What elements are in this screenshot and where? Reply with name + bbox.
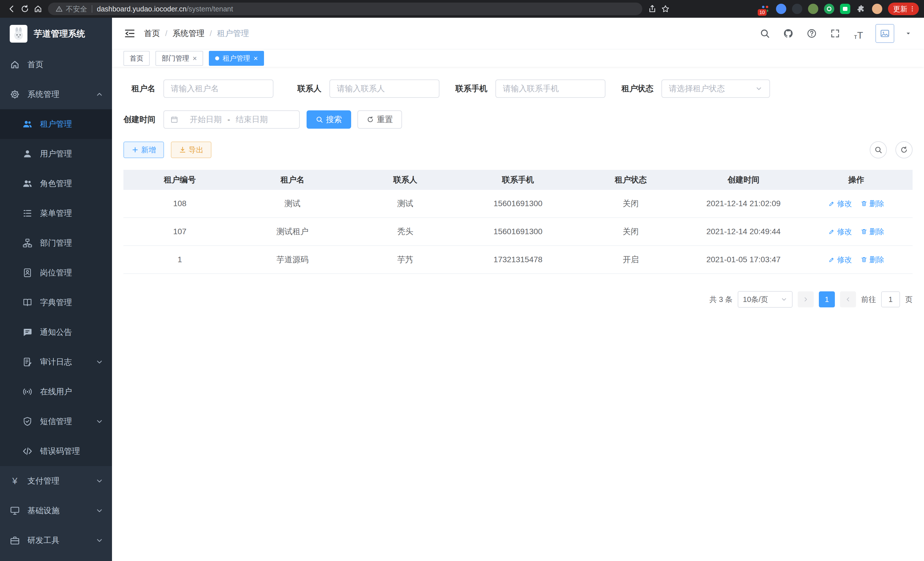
share-button[interactable] <box>646 2 659 15</box>
sidebar-item-home[interactable]: 首页 <box>0 50 112 80</box>
extension-icon-avatar[interactable] <box>872 4 882 14</box>
sidebar-item-system-management[interactable]: 系统管理 <box>0 80 112 109</box>
people-icon <box>22 178 33 189</box>
delete-button[interactable]: 删除 <box>861 227 884 237</box>
address-bar[interactable]: 不安全 dashboard.yudao.iocoder.cn /system/t… <box>48 3 642 15</box>
column-header: 联系人 <box>349 174 462 185</box>
extension-icon-olive[interactable] <box>808 4 818 14</box>
filter-row-2: 创建时间 开始日期 - 结束日期 搜索 <box>123 110 913 129</box>
contact-input[interactable] <box>329 80 440 98</box>
avatar-menu-button[interactable] <box>904 29 913 38</box>
tenant-id: 108 <box>123 199 236 208</box>
tab-home[interactable]: 首页 <box>123 51 150 66</box>
header-search-button[interactable] <box>758 27 771 40</box>
edit-button[interactable]: 修改 <box>828 199 852 209</box>
create-time-label: 创建时间 <box>123 114 155 125</box>
question-icon <box>807 28 817 39</box>
filter-status: 租户状态 请选择租户状态 <box>621 80 770 98</box>
delete-button[interactable]: 删除 <box>861 255 884 265</box>
home-icon <box>33 4 43 14</box>
goto-unit: 页 <box>905 295 913 305</box>
date-range-picker[interactable]: 开始日期 - 结束日期 <box>164 110 300 129</box>
tenant-name-input[interactable] <box>164 80 273 98</box>
sidebar-item-payment[interactable]: ¥ 支付管理 <box>0 466 112 496</box>
tenant-phone: 15601691300 <box>462 199 574 208</box>
breadcrumb-system[interactable]: 系统管理 <box>172 28 205 39</box>
sidebar-item-role-management[interactable]: 角色管理 <box>0 169 112 199</box>
tenant-name: 测试租户 <box>236 226 349 237</box>
sidebar: 芋道管理系统 首页 系统管理 租户管理 <box>0 18 112 561</box>
page-size-select[interactable]: 10条/页 <box>738 291 793 308</box>
screen: 不安全 dashboard.yudao.iocoder.cn /system/t… <box>0 0 924 561</box>
id-badge-icon <box>22 268 33 278</box>
close-icon[interactable]: × <box>193 55 197 62</box>
extension-icon-chat[interactable] <box>840 4 850 14</box>
sidebar-item-online-users[interactable]: 在线用户 <box>0 377 112 407</box>
bookmark-star-button[interactable] <box>659 2 672 15</box>
tenant-created: 2021-01-05 17:03:47 <box>687 255 800 264</box>
active-dot <box>215 56 219 60</box>
edit-button[interactable]: 修改 <box>828 255 852 265</box>
extension-icon-apps[interactable]: 10 <box>760 4 770 14</box>
sidebar-item-audit-log[interactable]: 审计日志 <box>0 347 112 377</box>
browser-update-button[interactable]: 更新 <box>888 3 919 15</box>
fullscreen-button[interactable] <box>829 27 842 40</box>
phone-input[interactable] <box>495 80 605 98</box>
sidebar-toggle-button[interactable] <box>123 27 136 40</box>
extension-icon-blue[interactable] <box>776 4 786 14</box>
table-row: 107 测试租户 秃头 15601691300 关闭 2021-12-14 20… <box>123 218 913 246</box>
system-submenu: 租户管理 用户管理 角色管理 菜单管理 <box>0 109 112 466</box>
table-row: 108 测试 测试 15601691300 关闭 2021-12-14 21:0… <box>123 190 913 218</box>
add-button[interactable]: 新增 <box>123 141 164 158</box>
github-button[interactable] <box>782 27 795 40</box>
sidebar-item-dept-management[interactable]: 部门管理 <box>0 228 112 258</box>
sidebar-item-error-code[interactable]: 错误码管理 <box>0 436 112 466</box>
browser-home-button[interactable] <box>32 2 45 15</box>
extension-icon-green[interactable] <box>824 4 834 14</box>
export-button[interactable]: 导出 <box>171 141 212 158</box>
tenant-name-label: 租户名 <box>123 83 155 94</box>
browser-back-button[interactable] <box>5 2 18 15</box>
goto-page-input[interactable] <box>881 291 900 307</box>
delete-button[interactable]: 删除 <box>861 199 884 209</box>
edit-button[interactable]: 修改 <box>828 227 852 237</box>
fold-icon <box>124 28 135 39</box>
tenant-id: 107 <box>123 227 236 236</box>
reset-button[interactable]: 重置 <box>357 110 402 129</box>
next-page-button[interactable] <box>840 291 856 307</box>
sidebar-item-sms-management[interactable]: 短信管理 <box>0 407 112 436</box>
sidebar-item-dict-management[interactable]: 字典管理 <box>0 288 112 317</box>
share-icon <box>648 4 657 14</box>
trash-icon <box>861 228 867 235</box>
font-size-button[interactable]: тT <box>852 27 865 40</box>
browser-reload-button[interactable] <box>18 2 32 15</box>
sidebar-item-infrastructure[interactable]: 基础设施 <box>0 496 112 526</box>
refresh-table-button[interactable] <box>896 141 913 158</box>
tenant-name: 测试 <box>236 198 349 209</box>
total-count: 共 3 条 <box>710 295 733 305</box>
row-actions: 修改 删除 <box>800 199 913 209</box>
sidebar-item-notice[interactable]: 通知公告 <box>0 317 112 347</box>
page-number-button[interactable]: 1 <box>819 291 835 307</box>
extensions-puzzle-icon[interactable] <box>856 4 866 14</box>
sidebar-item-user-management[interactable]: 用户管理 <box>0 139 112 169</box>
breadcrumb-home[interactable]: 首页 <box>144 28 160 39</box>
help-button[interactable] <box>805 27 818 40</box>
extension-icon-dark[interactable] <box>792 4 802 14</box>
avatar[interactable] <box>875 24 894 43</box>
font-size-icon: T <box>857 30 863 40</box>
search-button[interactable]: 搜索 <box>307 110 351 129</box>
sidebar-item-tenant-management[interactable]: 租户管理 <box>0 109 112 139</box>
url-host: dashboard.yudao.iocoder.cn <box>97 5 187 13</box>
sidebar-item-menu-management[interactable]: 菜单管理 <box>0 199 112 228</box>
sidebar-item-post-management[interactable]: 岗位管理 <box>0 258 112 288</box>
app-logo[interactable]: 芋道管理系统 <box>0 18 112 50</box>
tab-dept-management[interactable]: 部门管理 × <box>155 51 203 66</box>
sidebar-item-dev-tools[interactable]: 研发工具 <box>0 526 112 555</box>
status-select[interactable]: 请选择租户状态 <box>662 80 770 98</box>
tenant-phone: 17321315478 <box>462 255 574 264</box>
tab-tenant-management[interactable]: 租户管理 × <box>209 51 264 66</box>
prev-page-button[interactable] <box>798 291 814 307</box>
close-icon[interactable]: × <box>254 55 258 62</box>
toggle-search-button[interactable] <box>870 141 887 158</box>
